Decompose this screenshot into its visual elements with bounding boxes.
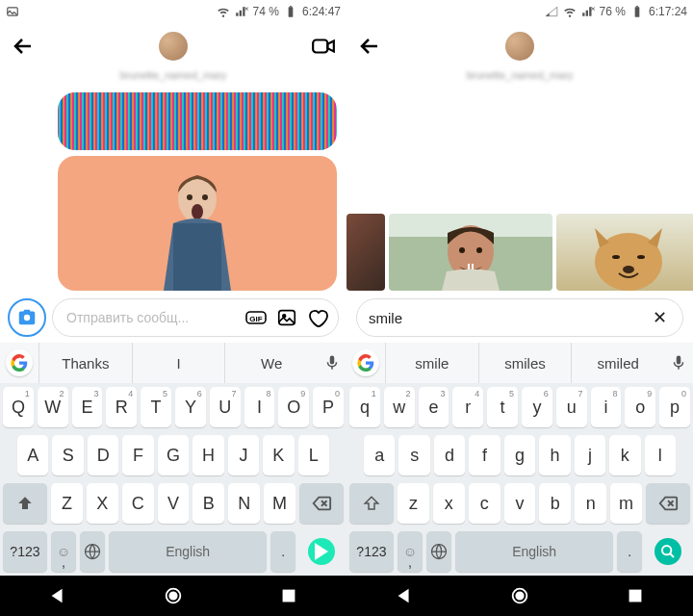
key-o[interactable]: o9 bbox=[625, 387, 655, 427]
key-l[interactable]: L bbox=[298, 435, 329, 475]
key-f[interactable]: F bbox=[122, 435, 153, 475]
globe-key[interactable] bbox=[80, 531, 105, 572]
key-l[interactable]: l bbox=[645, 435, 676, 475]
key-g[interactable]: G bbox=[158, 435, 189, 475]
video-call-button[interactable] bbox=[310, 33, 337, 60]
space-key[interactable]: English bbox=[109, 531, 267, 572]
nav-back-icon[interactable] bbox=[47, 585, 68, 606]
key-v[interactable]: v bbox=[504, 483, 536, 524]
space-key[interactable]: English bbox=[455, 531, 613, 572]
key-e[interactable]: E3 bbox=[72, 387, 103, 427]
key-k[interactable]: K bbox=[263, 435, 294, 475]
key-n[interactable]: n bbox=[575, 483, 606, 524]
nav-recent-icon[interactable] bbox=[278, 585, 299, 606]
key-r[interactable]: R4 bbox=[106, 387, 137, 427]
key-s[interactable]: S bbox=[52, 435, 83, 475]
suggestion[interactable]: smiles bbox=[478, 343, 572, 383]
gif-result[interactable] bbox=[346, 214, 385, 291]
key-v[interactable]: V bbox=[158, 483, 190, 524]
key-k[interactable]: k bbox=[609, 435, 640, 475]
key-n[interactable]: N bbox=[228, 483, 260, 524]
key-d[interactable]: d bbox=[434, 435, 465, 475]
key-x[interactable]: X bbox=[87, 483, 118, 524]
backspace-key[interactable] bbox=[299, 483, 344, 524]
period-key[interactable]: . bbox=[617, 531, 642, 572]
back-button[interactable] bbox=[356, 33, 383, 60]
numeric-key[interactable]: ?123 bbox=[3, 531, 47, 572]
gallery-button[interactable] bbox=[274, 305, 299, 330]
clear-button[interactable]: ✕ bbox=[648, 306, 671, 329]
gif-search-input[interactable] bbox=[369, 310, 648, 326]
key-z[interactable]: z bbox=[398, 483, 429, 524]
emoji-key[interactable]: ☺, bbox=[398, 531, 423, 572]
key-q[interactable]: Q1 bbox=[3, 387, 34, 427]
like-button[interactable] bbox=[305, 305, 330, 330]
key-a[interactable]: A bbox=[17, 435, 48, 475]
key-x[interactable]: x bbox=[433, 483, 465, 524]
camera-button[interactable] bbox=[8, 298, 46, 337]
nav-home-icon[interactable] bbox=[163, 585, 184, 606]
key-b[interactable]: B bbox=[192, 483, 224, 524]
key-q[interactable]: q1 bbox=[349, 387, 380, 427]
shift-key[interactable] bbox=[3, 483, 47, 524]
key-m[interactable]: m bbox=[610, 483, 642, 524]
key-e[interactable]: e3 bbox=[419, 387, 449, 427]
send-key[interactable] bbox=[299, 531, 344, 572]
globe-key[interactable] bbox=[426, 531, 451, 572]
gif-result[interactable] bbox=[556, 214, 693, 291]
nav-back-icon[interactable] bbox=[394, 585, 415, 606]
shift-key[interactable] bbox=[349, 483, 394, 524]
numeric-key[interactable]: ?123 bbox=[349, 531, 394, 572]
mic-button[interactable] bbox=[318, 354, 346, 372]
key-m[interactable]: M bbox=[264, 483, 295, 524]
key-t[interactable]: T5 bbox=[141, 387, 171, 427]
key-z[interactable]: Z bbox=[51, 483, 83, 524]
emoji-key[interactable]: ☺, bbox=[51, 531, 76, 572]
key-s[interactable]: s bbox=[398, 435, 429, 475]
key-w[interactable]: w2 bbox=[384, 387, 415, 427]
google-icon[interactable] bbox=[6, 349, 33, 376]
suggestion[interactable]: smiled bbox=[571, 343, 664, 383]
key-j[interactable]: j bbox=[575, 435, 605, 475]
key-u[interactable]: U7 bbox=[210, 387, 241, 427]
key-h[interactable]: H bbox=[192, 435, 223, 475]
key-a[interactable]: a bbox=[364, 435, 395, 475]
gif-button[interactable]: GIF bbox=[244, 305, 269, 330]
key-c[interactable]: C bbox=[122, 483, 154, 524]
suggestion[interactable]: We bbox=[224, 343, 318, 383]
period-key[interactable]: . bbox=[270, 531, 295, 572]
backspace-key[interactable] bbox=[646, 483, 690, 524]
key-i[interactable]: i8 bbox=[591, 387, 622, 427]
key-r[interactable]: r4 bbox=[452, 387, 483, 427]
key-y[interactable]: y6 bbox=[522, 387, 552, 427]
google-icon[interactable] bbox=[352, 349, 379, 376]
nav-home-icon[interactable] bbox=[509, 585, 530, 606]
key-t[interactable]: t5 bbox=[487, 387, 518, 427]
key-g[interactable]: g bbox=[504, 435, 535, 475]
gif-result[interactable] bbox=[389, 214, 552, 291]
avatar[interactable] bbox=[505, 32, 534, 61]
key-d[interactable]: D bbox=[88, 435, 118, 475]
avatar[interactable] bbox=[159, 32, 188, 61]
mic-button[interactable] bbox=[664, 354, 693, 372]
key-o[interactable]: O9 bbox=[278, 387, 309, 427]
key-w[interactable]: W2 bbox=[38, 387, 68, 427]
key-b[interactable]: b bbox=[539, 483, 571, 524]
message-input[interactable] bbox=[66, 310, 238, 325]
key-y[interactable]: Y6 bbox=[175, 387, 206, 427]
gif-message[interactable] bbox=[58, 156, 337, 291]
suggestion[interactable]: smile bbox=[385, 343, 478, 383]
search-key[interactable] bbox=[646, 531, 690, 572]
suggestion[interactable]: Thanks bbox=[38, 343, 132, 383]
key-u[interactable]: u7 bbox=[556, 387, 587, 427]
gif-message[interactable] bbox=[58, 92, 337, 150]
suggestion[interactable]: I bbox=[132, 343, 225, 383]
key-i[interactable]: I8 bbox=[244, 387, 275, 427]
key-j[interactable]: J bbox=[228, 435, 259, 475]
key-p[interactable]: P0 bbox=[313, 387, 344, 427]
key-p[interactable]: p0 bbox=[659, 387, 690, 427]
key-c[interactable]: c bbox=[469, 483, 500, 524]
key-f[interactable]: f bbox=[469, 435, 500, 475]
key-h[interactable]: h bbox=[539, 435, 570, 475]
back-button[interactable] bbox=[10, 33, 37, 60]
